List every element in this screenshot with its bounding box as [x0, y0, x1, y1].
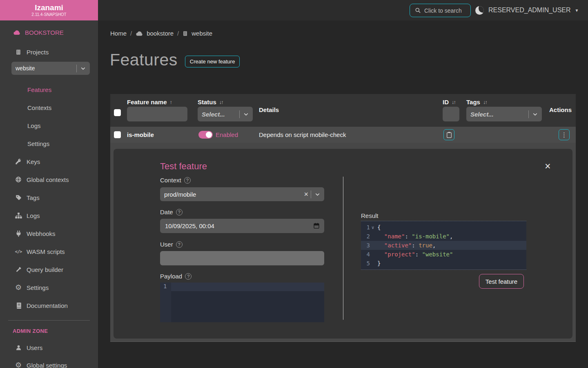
row-checkbox[interactable]	[114, 131, 121, 138]
sidebar-item-projects[interactable]: Projects	[15, 47, 49, 57]
user-input[interactable]	[160, 251, 324, 265]
panel-divider	[343, 177, 343, 320]
page-title: Features	[110, 50, 178, 70]
project-select[interactable]: website	[11, 62, 90, 75]
chevron-down-icon	[243, 112, 249, 117]
sidebar-item-contexts[interactable]: Contexts	[27, 103, 51, 112]
result-code-line: 5 }	[361, 259, 526, 268]
search-button[interactable]: Click to search	[410, 4, 471, 17]
sidebar-item-wasm-scripts[interactable]: </> WASM scripts	[15, 247, 65, 256]
sidebar-item-tags[interactable]: Tags	[15, 193, 40, 202]
book-icon	[15, 303, 22, 309]
help-icon[interactable]: ?	[176, 241, 183, 248]
payload-editor[interactable]: 1	[160, 283, 324, 322]
column-header-id[interactable]: ID ↓↑	[443, 99, 455, 105]
context-label: Context ?	[160, 177, 191, 184]
result-code-line: 2 "name": "is-mobile",	[361, 232, 526, 241]
dark-mode-toggle-moon-icon[interactable]	[475, 6, 484, 15]
column-header-actions: Actions	[549, 106, 572, 113]
id-filter-input[interactable]	[443, 107, 459, 121]
test-feature-panel: × Test feature Context ? prod/mobile ×	[114, 149, 572, 339]
user-label: User ?	[160, 241, 183, 248]
help-icon[interactable]: ?	[176, 209, 183, 215]
sidebar-item-query-builder[interactable]: Query builder	[15, 265, 63, 274]
gear-icon: ⚙	[15, 284, 22, 291]
sidebar-item-global-contexts[interactable]: Global contexts	[15, 175, 69, 184]
tags-filter-select[interactable]: Select...	[466, 107, 542, 121]
clipboard-icon	[446, 132, 452, 138]
context-select[interactable]: prod/mobile ×	[160, 187, 324, 201]
admin-zone-label: ADMIN ZONE	[13, 328, 48, 334]
breadcrumb: Home / bookstore / website	[110, 30, 212, 37]
sidebar-item-settings[interactable]: ⚙ Settings	[15, 283, 49, 292]
column-header-details: Details	[259, 106, 279, 113]
row-actions-button[interactable]: ⋮	[559, 129, 570, 140]
sidebar-tenant-bookstore[interactable]: BOOKSTORE	[13, 27, 64, 37]
calendar-icon[interactable]	[313, 222, 320, 229]
breadcrumb-tenant[interactable]: bookstore	[147, 30, 174, 37]
projects-label: Projects	[27, 49, 49, 56]
gear-icon: ⚙	[15, 361, 22, 368]
building-icon	[183, 31, 188, 36]
sidebar-item-webhooks[interactable]: Webhooks	[15, 229, 56, 238]
sidebar-item-keys[interactable]: Keys	[15, 157, 40, 166]
sidebar-divider	[8, 320, 90, 321]
select-all-checkbox[interactable]	[114, 109, 121, 116]
sidebar-item-global-settings[interactable]: ⚙ Global settings	[15, 360, 67, 368]
result-editor: 1∨ { 2 "name": "is-mobile", 3 "active": …	[361, 221, 526, 270]
app-logo[interactable]: Izanami 2.11.4-SNAPSHOT	[0, 0, 98, 20]
user-menu[interactable]: RESERVED_ADMIN_USER ▼	[488, 0, 579, 20]
sidebar-item-users[interactable]: Users	[15, 343, 42, 352]
create-new-feature-button[interactable]: Create new feature	[185, 56, 240, 67]
sidebar: BOOKSTORE Projects website Features Cont…	[0, 20, 98, 368]
sitemap-icon	[15, 213, 22, 219]
globe-icon	[15, 176, 22, 183]
feature-enabled-toggle[interactable]	[198, 131, 213, 139]
chevron-down-icon	[532, 112, 538, 117]
test-feature-button[interactable]: Test feature	[479, 274, 524, 289]
sidebar-item-project-settings[interactable]: Settings	[27, 139, 49, 148]
cloud-icon	[13, 29, 20, 35]
sidebar-item-documentation[interactable]: Documentation	[15, 301, 68, 310]
date-input[interactable]: 10/09/2025, 00:04	[160, 219, 324, 233]
help-icon[interactable]: ?	[185, 273, 192, 280]
sidebar-item-features[interactable]: Features	[27, 85, 51, 94]
user-icon	[15, 345, 22, 351]
building-icon	[15, 49, 22, 55]
hammer-icon	[15, 266, 22, 273]
ellipsis-vertical-icon: ⋮	[561, 131, 567, 139]
payload-line-number: 1	[163, 283, 167, 289]
sort-asc-icon: ↑	[170, 99, 172, 105]
close-icon[interactable]: ×	[545, 161, 551, 171]
tag-icon	[15, 195, 22, 201]
breadcrumb-project[interactable]: website	[192, 30, 212, 37]
tenant-label: BOOKSTORE	[25, 29, 64, 36]
fold-icon[interactable]: ∨	[370, 225, 376, 230]
result-code-line: 1∨ {	[361, 223, 526, 232]
result-code-line-active: 3 "active": true,	[361, 241, 526, 250]
izanami-app: Izanami 2.11.4-SNAPSHOT Click to search …	[0, 0, 588, 368]
feature-details-cell: Depends on script mobile-check	[259, 127, 346, 143]
copy-id-button[interactable]	[443, 129, 454, 140]
payload-label: Payload ?	[160, 273, 192, 280]
status-filter-select[interactable]: Select...	[198, 107, 253, 121]
feature-name-cell: is-mobile	[127, 127, 154, 143]
sidebar-item-project-logs[interactable]: Logs	[27, 121, 41, 130]
caret-down-icon: ▼	[575, 8, 579, 13]
breadcrumb-home[interactable]: Home	[110, 30, 127, 37]
context-select-value: prod/mobile	[164, 191, 196, 198]
column-header-tags[interactable]: Tags ↓↑	[466, 99, 487, 105]
app-title: Izanami	[35, 4, 63, 12]
sidebar-item-logs[interactable]: Logs	[15, 211, 40, 220]
project-select-value: website	[16, 65, 35, 72]
select-divider	[76, 65, 77, 72]
clear-icon[interactable]: ×	[304, 191, 308, 198]
help-icon[interactable]: ?	[184, 177, 191, 184]
main-content: Home / bookstore / website Features Crea…	[98, 20, 588, 368]
feature-name-filter-input[interactable]	[127, 107, 187, 121]
column-header-feature-name[interactable]: Feature name ↑	[127, 99, 172, 105]
column-header-status[interactable]: Status ↓↑	[198, 99, 223, 105]
search-label: Click to search	[424, 7, 462, 14]
chevron-down-icon	[80, 66, 86, 71]
date-label: Date ?	[160, 209, 183, 215]
